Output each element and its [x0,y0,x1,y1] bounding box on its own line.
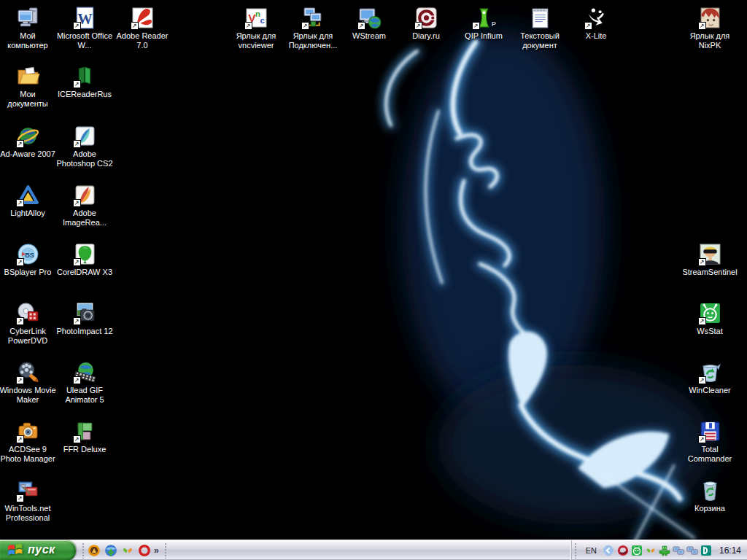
shortcut-arrow-icon: ↗ [73,22,81,30]
shortcut-arrow-icon: ↗ [16,199,24,207]
desktop-icon-lightalloy[interactable]: ↗ LightAlloy [0,183,57,218]
icon-art: ↗ [414,6,438,30]
taskbar-drag-handle[interactable] [164,542,168,559]
icon-label: ICEReaderRus [55,90,114,99]
icon-label: LightAlloy [0,209,57,218]
ad-aware-quicklaunch-icon[interactable] [88,544,101,557]
shortcut-arrow-icon: ↗ [73,199,81,207]
shortcut-arrow-icon: ↗ [131,22,139,30]
desktop-icon-text-document[interactable]: Текстовый документ [511,6,569,50]
icon-label: CorelDRAW X3 [55,268,114,277]
network-tray-icon[interactable] [673,545,684,556]
screen: Мой компьютер W↗ Microsoft Office W... ↗… [0,0,747,560]
desktop-icon-coreldraw[interactable]: ↗ CorelDRAW X3 [55,242,114,277]
icon-art: ↗ [698,301,722,325]
icon-art: ↗ [73,124,97,148]
desktop-icon-photoshop[interactable]: ↗ Adobe Photoshop CS2 [55,124,114,168]
shortcut-arrow-icon: ↗ [357,22,365,30]
icon-art [528,6,552,30]
icon-art: ↗ [16,360,40,384]
shortcut-arrow-icon: ↗ [73,80,81,88]
shortcut-arrow-icon: ↗ [244,22,252,30]
language-indicator[interactable]: EN [583,545,600,556]
desktop-icon-streamsentinel[interactable]: ↗ StreamSentinel [681,242,739,277]
desktop-icon-total-commander[interactable]: ↗ Total Commander [681,419,739,464]
desktop-icon-connection[interactable]: ↗ Ярлык для Подключен... [284,6,342,50]
clock[interactable]: 16:14 [715,545,741,556]
shortcut-arrow-icon: ↗ [16,317,24,325]
icon-art: BS↗ [16,242,40,266]
desktop-icon-recycle-bin[interactable]: Корзина [681,478,739,513]
svg-text:P: P [491,20,495,28]
quick-launch: » [76,540,170,560]
icon-art [16,6,40,30]
desktop-icon-acdsee[interactable]: ↗ ACDSee 9 Photo Manager [0,419,57,464]
desktop-icon-x-lite[interactable]: ↗ X-Lite [567,6,625,41]
svg-text:BS: BS [25,252,34,259]
icon-art: ↗ [698,360,722,384]
shortcut-arrow-icon: ↗ [472,22,480,30]
robot-tray-icon[interactable] [659,545,670,556]
icon-label: Корзина [681,504,739,513]
icon-label: Total Commander [681,445,739,464]
desktop-icon-imageready[interactable]: ↗ Adobe ImageRea... [55,183,114,228]
desktop[interactable]: Мой компьютер W↗ Microsoft Office W... ↗… [0,0,747,540]
icon-art [16,64,40,88]
desktop-icon-my-documents[interactable]: Мои документы [0,64,57,109]
icon-art: Vnc↗ [244,6,268,30]
desktop-icon-my-computer[interactable]: Мой компьютер [0,6,57,50]
icon-label: ACDSee 9 Photo Manager [0,445,57,464]
taskbar: пуск » EN 16:14 [0,540,747,560]
wsstat-tray-icon[interactable] [631,545,643,556]
icon-art: ↗ [16,124,40,148]
desktop-icon-wintools[interactable]: ↗ WinTools.net Professional [0,478,57,523]
icon-art: ↗ [16,301,40,325]
desktop-icon-moviemaker[interactable]: ↗ Windows Movie Maker [0,360,57,405]
download-globe-quicklaunch-icon[interactable] [104,544,117,557]
desktop-icon-diary-ru[interactable]: ↗ Diary.ru [397,6,455,41]
icon-label: Adobe Reader 7.0 [113,31,171,50]
quick-launch-overflow-button[interactable]: » [151,545,162,556]
icon-art: ↗ [357,6,382,30]
icon-label: Ярлык для NixPK [681,31,739,50]
quick-launch-drag-handle[interactable] [82,542,85,559]
desktop-icon-wsstat[interactable]: ↗ WsStat [681,301,739,336]
icon-art: P↗ [472,6,496,30]
desktop-icon-wstream[interactable]: ↗ WStream [340,6,398,41]
tray-drag-handle[interactable] [574,542,578,559]
hide-inactive-icons-button[interactable] [603,545,614,556]
desktop-icon-adobe-reader[interactable]: ↗ Adobe Reader 7.0 [113,6,171,50]
shortcut-arrow-icon: ↗ [73,317,81,325]
shortcut-arrow-icon: ↗ [698,317,706,325]
media-player-tray-icon[interactable] [700,545,712,556]
svg-text:c: c [260,16,264,25]
start-button[interactable]: пуск [0,540,76,560]
desktop-icon-icereader[interactable]: ↗ ICEReaderRus [55,64,114,99]
windows-flag-icon [7,542,23,557]
desktop-icon-ffr-deluxe[interactable]: ↗ FFR Deluxe [55,419,114,454]
qip-quicklaunch-icon[interactable] [121,544,134,557]
desktop-icon-ad-aware[interactable]: ↗ Ad-Aware 2007 [0,124,57,159]
desktop-icon-ms-word[interactable]: W↗ Microsoft Office W... [55,6,114,50]
network-tray-icon-2[interactable] [686,545,698,556]
shortcut-arrow-icon: ↗ [414,22,422,30]
icon-label: WsStat [681,327,739,336]
icon-label: WinCleaner [681,386,739,395]
system-tray: EN 16:14 [571,540,747,560]
shortcut-arrow-icon: ↗ [16,140,24,148]
red-app-tray-icon[interactable] [617,545,629,556]
desktop-icon-vncviewer[interactable]: Vnc↗ Ярлык для vncviewer [227,6,285,50]
start-label: пуск [28,543,55,556]
desktop-icons: Мой компьютер W↗ Microsoft Office W... ↗… [0,0,747,540]
desktop-icon-gif-animator[interactable]: ↗ Ulead GIF Animator 5 [55,360,114,405]
desktop-icon-wincleaner[interactable]: ↗ WinCleaner [681,360,739,395]
desktop-icon-photoimpact[interactable]: ↗ PhotoImpact 12 [55,301,114,336]
icon-art: ↗ [73,242,97,266]
desktop-icon-qip-infium[interactable]: P↗ QIP Infium [454,6,513,41]
desktop-icon-bsplayer[interactable]: BS↗ BSplayer Pro [0,242,57,277]
qip-tray-icon[interactable] [645,545,657,556]
desktop-icon-nixpk[interactable]: ↗ Ярлык для NixPK [681,6,739,50]
opera-quicklaunch-icon[interactable] [138,544,151,557]
desktop-icon-powerdvd[interactable]: ↗ CyberLink PowerDVD [0,301,57,346]
shortcut-arrow-icon: ↗ [16,258,24,266]
